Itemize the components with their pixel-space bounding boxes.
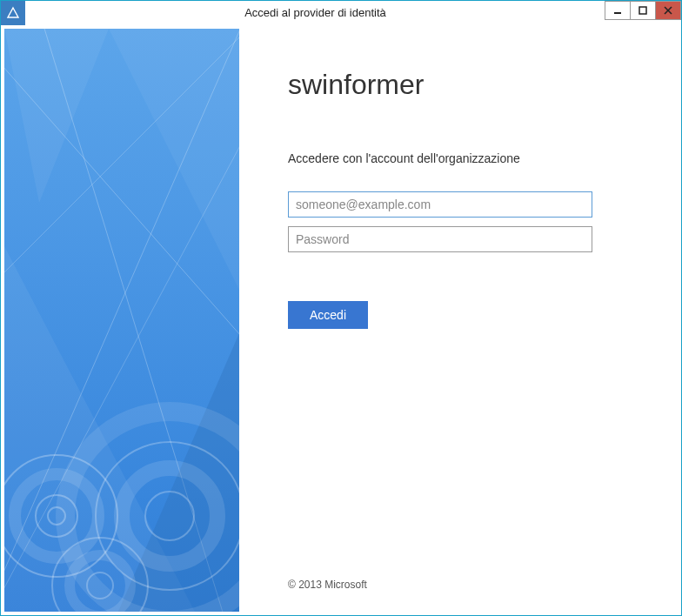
close-button[interactable] xyxy=(655,1,681,20)
maximize-icon xyxy=(639,6,647,15)
footer-copyright: © 2013 Microsoft xyxy=(288,579,367,591)
brand-title: swinformer xyxy=(288,69,629,101)
minimize-icon xyxy=(613,6,622,15)
svg-marker-0 xyxy=(8,8,18,17)
signin-button[interactable]: Accedi xyxy=(288,301,368,329)
svg-marker-10 xyxy=(4,29,109,203)
window-title: Accedi al provider di identità xyxy=(25,1,605,25)
titlebar[interactable]: Accedi al provider di identità xyxy=(1,1,681,25)
svg-marker-11 xyxy=(109,29,239,290)
close-icon xyxy=(664,6,672,15)
window-controls xyxy=(605,1,681,20)
login-form-panel: swinformer Accedere con l'account dell'o… xyxy=(239,29,678,612)
content-area: swinformer Accedere con l'account dell'o… xyxy=(1,25,681,615)
svg-rect-2 xyxy=(639,7,646,14)
window-frame: Accedi al provider di identità xyxy=(0,0,682,616)
maximize-button[interactable] xyxy=(630,1,656,20)
email-field[interactable] xyxy=(288,191,592,218)
svg-rect-1 xyxy=(614,12,621,14)
login-instruction: Accedere con l'account dell'organizzazio… xyxy=(288,151,629,165)
illustration-panel xyxy=(4,29,239,612)
app-icon xyxy=(1,1,25,25)
minimize-button[interactable] xyxy=(605,1,631,20)
password-field[interactable] xyxy=(288,226,592,252)
